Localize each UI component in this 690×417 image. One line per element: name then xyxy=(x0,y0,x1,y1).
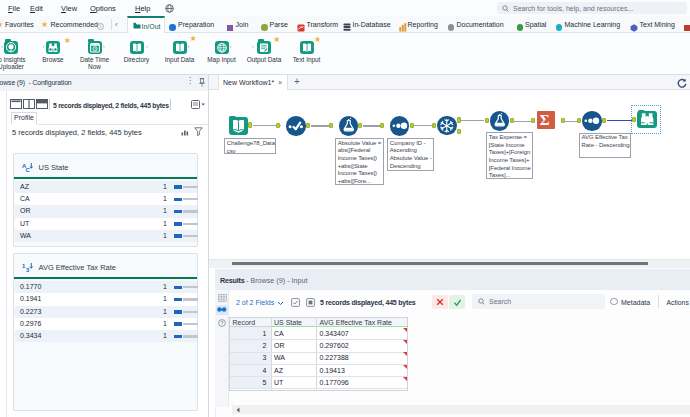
svg-text:i: i xyxy=(100,24,101,29)
svg-text:?: ? xyxy=(220,320,223,326)
svg-text:3: 3 xyxy=(26,267,30,273)
svg-text:C: C xyxy=(26,166,31,172)
